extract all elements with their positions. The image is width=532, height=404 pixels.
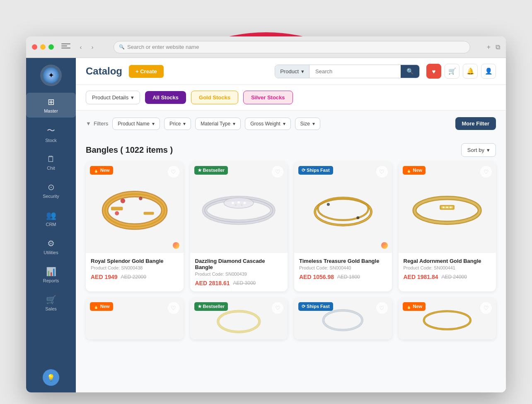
chevron-down-icon: ▾ — [283, 121, 285, 127]
svg-point-35 — [424, 311, 471, 329]
silver-stocks-tab[interactable]: Silver Stocks — [243, 91, 293, 104]
screen-wrapper: ‹ › 🔍 Search or enter website name + ⧉ ✦… — [0, 0, 532, 404]
wishlist-button-5[interactable]: ♡ — [168, 302, 179, 314]
nav-arrows: ‹ › — [76, 43, 97, 52]
search-type-label: Product — [280, 68, 299, 75]
svg-point-28 — [446, 207, 448, 208]
all-stocks-tab[interactable]: All Stocks — [145, 91, 186, 104]
price-filter[interactable]: Price ▾ — [164, 118, 191, 130]
wishlist-button[interactable]: ♥ — [426, 64, 441, 79]
material-type-filter[interactable]: Material Type ▾ — [195, 118, 241, 130]
utilities-label: Utilities — [44, 250, 58, 255]
sidebar-item-stock[interactable]: 〜 Stock — [26, 121, 76, 147]
sidebar-item-crm[interactable]: 👥 CRM — [26, 206, 76, 231]
browser-window: ‹ › 🔍 Search or enter website name + ⧉ ✦… — [26, 36, 506, 392]
wishlist-button-4[interactable]: ♡ — [480, 166, 492, 178]
product-card-4[interactable]: 🔥 New ♡ — [399, 162, 496, 291]
wishlist-button-2[interactable]: ♡ — [272, 166, 283, 178]
maximize-button[interactable] — [48, 44, 54, 50]
product-card-3[interactable]: ⟳ Ships Fast ♡ — [294, 162, 392, 291]
cart-button[interactable]: 🛒 — [445, 64, 459, 79]
filter-label: ▼ Filters — [86, 120, 108, 127]
sidebar-item-utilities[interactable]: ⚙ Utilities — [26, 234, 76, 259]
forward-button[interactable]: › — [88, 43, 97, 52]
product-original-price-4: AED 24000 — [442, 274, 467, 280]
svg-point-31 — [218, 311, 259, 332]
sidebar-item-security[interactable]: ⊙ Security — [26, 178, 76, 203]
filters-row: ▼ Filters Product Name ▾ Price ▾ Materia… — [76, 111, 506, 137]
wishlist-button-6[interactable]: ♡ — [272, 302, 283, 314]
svg-point-22 — [356, 216, 359, 219]
gold-stocks-tab[interactable]: Gold Stocks — [191, 91, 238, 104]
svg-rect-6 — [111, 207, 123, 211]
product-name-2: Dazzling Diamond Cascade Bangle — [195, 258, 283, 270]
search-bar: Product ▾ 🔍 — [275, 65, 420, 78]
svg-point-29 — [450, 207, 452, 208]
product-card-7[interactable]: ⟳ Ships Fast ♡ — [294, 298, 392, 339]
filter-icon: ▼ — [86, 120, 91, 127]
url-bar[interactable]: 🔍 Search or enter website name — [114, 41, 470, 53]
svg-point-5 — [115, 211, 119, 215]
color-dot-3 — [381, 242, 388, 249]
search-button[interactable]: 🔍 — [401, 65, 419, 78]
back-button[interactable]: ‹ — [76, 43, 85, 52]
user-button[interactable]: 👤 — [481, 64, 496, 79]
product-card-8[interactable]: 🔥 New ♡ — [399, 298, 496, 339]
sidebar-item-reports[interactable]: 📊 Reports — [26, 262, 76, 287]
product-badge-ships-fast-7: ⟳ Ships Fast — [298, 302, 333, 311]
svg-point-16 — [241, 204, 242, 206]
minimize-button[interactable] — [40, 44, 46, 50]
search-type-dropdown[interactable]: Product ▾ — [275, 65, 310, 78]
notifications-button[interactable]: 🔔 — [463, 64, 478, 79]
close-button[interactable] — [32, 44, 37, 50]
sort-by-button[interactable]: Sort by ▾ — [461, 143, 496, 157]
chevron-down-icon: ▾ — [233, 121, 235, 127]
product-details-dropdown[interactable]: Product Details ▾ — [86, 91, 140, 104]
sidebar-item-chit[interactable]: 🗒 Chit — [26, 150, 76, 175]
product-original-price-1: AED 22000 — [121, 274, 146, 280]
search-input[interactable] — [310, 65, 401, 78]
product-original-price-3: AED 1800 — [337, 274, 360, 280]
wishlist-button-8[interactable]: ♡ — [480, 302, 492, 314]
bangle-image-2 — [197, 171, 280, 244]
svg-point-24 — [415, 198, 480, 223]
wishlist-button-3[interactable]: ♡ — [376, 166, 388, 178]
product-card-6[interactable]: ★ Bestseller ♡ — [190, 298, 288, 339]
bangle-image-1 — [93, 171, 176, 244]
security-label: Security — [43, 194, 59, 199]
product-card-5[interactable]: 🔥 New ♡ — [86, 298, 184, 339]
more-filter-button[interactable]: More Filter — [455, 117, 496, 130]
app-body: ✦ ⊞ Master 〜 Stock 🗒 Chit ⊙ Security — [26, 58, 506, 392]
chit-icon: 🗒 — [47, 154, 55, 164]
new-tab-button[interactable]: + — [487, 43, 491, 51]
product-card-2[interactable]: ★ Bestseller ♡ — [190, 162, 288, 291]
product-image-7: ⟳ Ships Fast ♡ — [294, 298, 392, 339]
product-prices-1: AED 1949 AED 22000 — [91, 274, 179, 280]
main-content: Catalog + Create Product ▾ 🔍 ♥ 🛒 🔔 — [76, 58, 506, 392]
help-button[interactable]: 💡 — [43, 369, 59, 386]
svg-point-14 — [244, 202, 246, 204]
product-image-5: 🔥 New ♡ — [86, 298, 184, 339]
products-grid: 🔥 New ♡ — [86, 162, 496, 339]
sidebar-item-master[interactable]: ⊞ Master — [26, 93, 76, 118]
product-card-1[interactable]: 🔥 New ♡ — [86, 162, 184, 291]
product-name-filter[interactable]: Product Name ▾ — [112, 118, 160, 130]
create-button[interactable]: + Create — [129, 65, 164, 78]
product-image-2: ★ Bestseller ♡ — [190, 162, 288, 253]
sidebar-item-sales[interactable]: 🛒 Sales — [26, 291, 76, 315]
gross-weight-filter[interactable]: Gross Weight ▾ — [245, 118, 290, 130]
traffic-lights — [32, 44, 54, 50]
product-name-4: Regal Adornment Gold Bangle — [404, 258, 491, 264]
top-bar: Catalog + Create Product ▾ 🔍 ♥ 🛒 🔔 — [76, 58, 506, 85]
duplicate-tab-button[interactable]: ⧉ — [496, 43, 500, 51]
product-card-body-3: Timeless Treasure Gold Bangle Product Co… — [294, 253, 392, 285]
wishlist-button-1[interactable]: ♡ — [168, 166, 179, 178]
size-filter[interactable]: Size ▾ — [295, 118, 320, 130]
product-badge-new-5: 🔥 New — [90, 302, 113, 311]
product-prices-3: AED 1056.98 AED 1800 — [299, 274, 387, 280]
product-badge-bestseller: ★ Bestseller — [194, 166, 228, 175]
sidebar-toggle-icon[interactable] — [61, 43, 70, 51]
svg-point-27 — [443, 207, 445, 208]
wishlist-button-7[interactable]: ♡ — [376, 302, 388, 314]
product-badge-new: 🔥 New — [90, 166, 113, 175]
